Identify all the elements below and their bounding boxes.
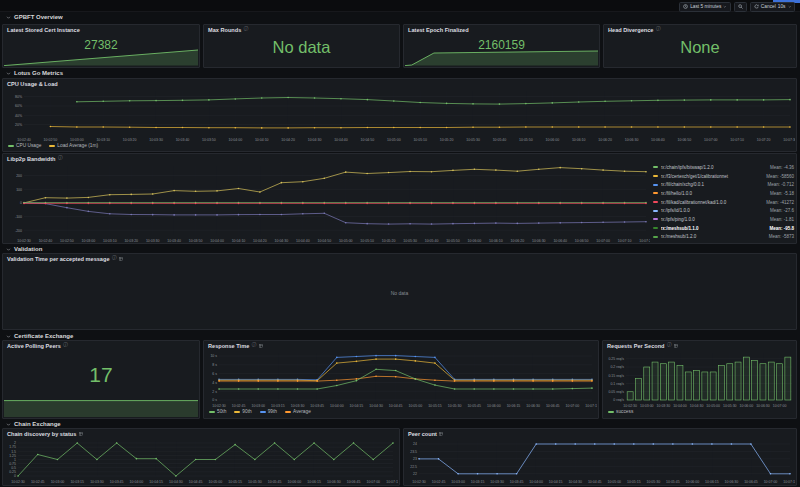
rps-legend: success — [608, 409, 633, 414]
legend-label: rx:/fil/chain/xchg/0.0.1 — [661, 182, 765, 187]
refresh-icon — [754, 4, 759, 9]
info-icon[interactable]: ⓘ — [252, 343, 257, 348]
legend-item[interactable]: rx:/fil/chain/xchg/0.0.1Mean: -0.712 — [653, 180, 794, 189]
legend-item[interactable]: rx:/ipfs/ping/1.0.0Mean: -1.81 — [653, 215, 794, 224]
svg-text:10:04:40: 10:04:40 — [334, 138, 348, 142]
legend-item[interactable]: 99th — [260, 409, 277, 414]
svg-text:10:04:30: 10:04:30 — [275, 239, 289, 243]
svg-text:10:06:10: 10:06:10 — [572, 138, 586, 142]
legend-item[interactable]: Average — [285, 409, 311, 414]
svg-text:10:02:30: 10:02:30 — [11, 480, 25, 484]
svg-text:10:03:50: 10:03:50 — [189, 239, 203, 243]
svg-text:1.25: 1.25 — [9, 454, 16, 458]
row-chain-exchange[interactable]: Chain Exchange — [6, 420, 61, 428]
libp2p-bandwidth-chart[interactable]: -200-100010020010:02:3010:02:4010:02:501… — [4, 163, 650, 243]
legend-item[interactable]: rx:/f3/certexch/get/1/calibrationnetMean… — [653, 172, 794, 181]
svg-text:10:02:45: 10:02:45 — [232, 404, 246, 408]
legend-item[interactable]: success — [608, 409, 633, 414]
svg-text:10:04:15: 10:04:15 — [350, 404, 364, 408]
panel-links-icon[interactable] — [79, 432, 83, 436]
legend-item[interactable]: 90th — [234, 409, 251, 414]
legend-item[interactable]: rx:/ipfs/id/1.0.0Mean: -27.6 — [653, 206, 794, 215]
legend-item[interactable]: rx:/meshsub/1.2.0Mean: -5873 — [653, 233, 794, 242]
info-icon[interactable]: ⓘ — [58, 156, 63, 161]
svg-text:10:06:10: 10:06:10 — [489, 239, 503, 243]
panel-title[interactable]: Validation Time per accepted message ⓘ — [7, 256, 123, 262]
row-title: Lotus Go Metrics — [14, 70, 63, 76]
panel-title[interactable]: Latest Epoch Finalized — [408, 27, 469, 33]
legend-swatch — [285, 411, 291, 413]
clock-icon — [683, 4, 688, 9]
panel-title[interactable]: Libp2p Bandwidthⓘ — [7, 156, 63, 162]
refresh-interval-label: 10s — [778, 4, 786, 9]
panel-title[interactable]: Response Time ⓘ — [208, 343, 263, 349]
svg-text:10:05:50: 10:05:50 — [446, 239, 460, 243]
panel-links-icon[interactable] — [439, 432, 443, 436]
zoom-out-button[interactable] — [734, 2, 747, 12]
legend-swatch — [49, 145, 55, 147]
svg-text:10:03:30: 10:03:30 — [291, 404, 305, 408]
panel-title[interactable]: Max Roundsⓘ — [208, 27, 248, 33]
panel-title[interactable]: Latest Stored Cert Instance — [7, 27, 80, 33]
panel-active-polling-peers: Active Polling Peersⓘ 17 — [2, 340, 200, 419]
legend-item[interactable]: Load Average (1m) — [49, 143, 98, 148]
chevron-down-icon — [788, 5, 792, 9]
info-icon[interactable]: ⓘ — [112, 256, 117, 261]
row-validation[interactable]: Validation — [6, 245, 42, 253]
svg-text:10:03:00: 10:03:00 — [640, 404, 654, 408]
svg-text:10:06:15: 10:06:15 — [705, 480, 719, 484]
svg-text:10:03:45: 10:03:45 — [110, 480, 124, 484]
svg-text:22: 22 — [413, 472, 417, 476]
legend-item[interactable]: 50th — [209, 409, 226, 414]
legend-item[interactable]: rx:/fil/hello/1.0.0Mean: -5.18 — [653, 189, 794, 198]
svg-text:10:05:15: 10:05:15 — [228, 480, 242, 484]
panel-links-icon[interactable] — [119, 257, 123, 261]
svg-text:10:06:50: 10:06:50 — [575, 239, 589, 243]
chevron-down-icon — [6, 15, 11, 20]
chain-discovery-chart[interactable]: 00.250.50.7511.251.51.75210:02:3010:02:4… — [4, 438, 398, 484]
svg-text:10:03:45: 10:03:45 — [510, 480, 524, 484]
svg-text:10:04:45: 10:04:45 — [588, 480, 602, 484]
legend-label: success — [616, 409, 633, 414]
panel-title[interactable]: Head Divergenceⓘ — [608, 27, 661, 33]
peer-count-chart[interactable]: 2222.52323.52410:02:3010:02:4510:03:0010… — [405, 438, 795, 484]
no-data-message: No data — [3, 290, 796, 296]
row-lotus-go-metrics[interactable]: Lotus Go Metrics — [6, 69, 63, 77]
svg-text:10:04:00: 10:04:00 — [130, 480, 144, 484]
panel-title[interactable]: CPU Usage & Load — [7, 81, 58, 87]
chevron-down-icon — [6, 422, 11, 427]
requests-per-second-chart[interactable]: 0 req/s0.05 req/s0.1 req/s0.15 req/s0.2 … — [604, 350, 796, 408]
legend-swatch — [653, 192, 658, 194]
info-icon[interactable]: ⓘ — [667, 343, 672, 348]
legend-mean-value: Mean: -1.81 — [770, 217, 794, 222]
cpu-usage-chart[interactable]: 20%40%60%80%10:02:4010:02:5010:03:0010:0… — [4, 88, 795, 142]
row-gpbft-overview[interactable]: GPBFT Overview — [6, 13, 63, 21]
legend-item[interactable]: rx:/fil/kad/calibrationnet/kad/1.0.0Mean… — [653, 198, 794, 207]
svg-text:10:03:10: 10:03:10 — [96, 138, 110, 142]
legend-label: rx:/f3/certexch/get/1/calibrationnet — [661, 174, 764, 179]
panel-title[interactable]: Active Polling Peersⓘ — [7, 343, 68, 349]
panel-title[interactable]: Chain discovery by status — [7, 431, 83, 437]
panel-title[interactable]: Peer count — [408, 431, 443, 437]
svg-text:10:07:00: 10:07:00 — [764, 480, 778, 484]
legend-item[interactable]: rx:/chain/ipfs/bitswap/1.2.0Mean: -4.36 — [653, 163, 794, 172]
legend-item[interactable]: rx:/meshsub/1.1.0Mean: -95.8 — [653, 224, 794, 233]
time-range-picker[interactable]: Last 5 minutes — [679, 2, 731, 12]
panel-links-icon[interactable] — [674, 344, 678, 348]
panel-title[interactable]: Requests Per Second ⓘ — [607, 343, 678, 349]
response-time-chart[interactable]: 0 s2 s4 s6 s8 s10 s10:02:3010:02:4510:03… — [205, 350, 597, 408]
info-icon[interactable]: ⓘ — [63, 343, 68, 348]
svg-text:10:07:00: 10:07:00 — [566, 404, 580, 408]
svg-text:10:07:00: 10:07:00 — [366, 480, 380, 484]
svg-text:10:03:45: 10:03:45 — [310, 404, 324, 408]
svg-text:10:03:00: 10:03:00 — [82, 239, 96, 243]
info-icon[interactable]: ⓘ — [244, 27, 249, 32]
svg-text:0.25: 0.25 — [9, 470, 16, 474]
panel-links-icon[interactable] — [259, 344, 263, 348]
panel-max-rounds: Max Roundsⓘ No data — [203, 24, 400, 68]
row-certificate-exchange[interactable]: Certificate Exchange — [6, 332, 73, 340]
legend-swatch — [653, 175, 658, 177]
refresh-button[interactable]: Cancel 10s — [750, 2, 795, 12]
legend-item[interactable]: CPU Usage — [8, 143, 41, 148]
info-icon[interactable]: ⓘ — [656, 27, 661, 32]
